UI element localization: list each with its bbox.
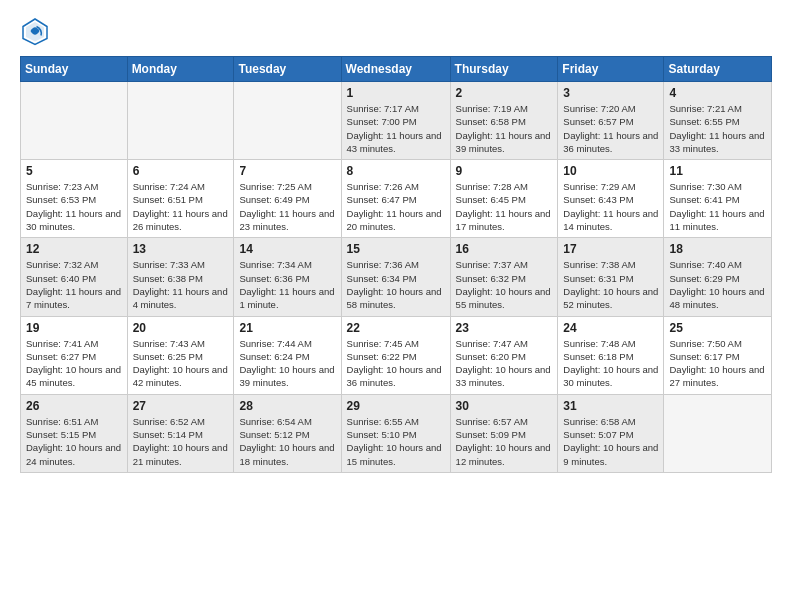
calendar-cell: 31Sunrise: 6:58 AM Sunset: 5:07 PM Dayli… bbox=[558, 394, 664, 472]
day-info: Sunrise: 7:32 AM Sunset: 6:40 PM Dayligh… bbox=[26, 258, 122, 311]
calendar-cell bbox=[21, 82, 128, 160]
day-number: 17 bbox=[563, 242, 658, 256]
calendar-cell: 30Sunrise: 6:57 AM Sunset: 5:09 PM Dayli… bbox=[450, 394, 558, 472]
day-number: 16 bbox=[456, 242, 553, 256]
day-number: 8 bbox=[347, 164, 445, 178]
calendar-cell: 26Sunrise: 6:51 AM Sunset: 5:15 PM Dayli… bbox=[21, 394, 128, 472]
day-number: 28 bbox=[239, 399, 335, 413]
day-number: 31 bbox=[563, 399, 658, 413]
day-number: 6 bbox=[133, 164, 229, 178]
calendar-cell: 21Sunrise: 7:44 AM Sunset: 6:24 PM Dayli… bbox=[234, 316, 341, 394]
day-info: Sunrise: 6:54 AM Sunset: 5:12 PM Dayligh… bbox=[239, 415, 335, 468]
day-info: Sunrise: 6:58 AM Sunset: 5:07 PM Dayligh… bbox=[563, 415, 658, 468]
day-number: 3 bbox=[563, 86, 658, 100]
day-info: Sunrise: 7:26 AM Sunset: 6:47 PM Dayligh… bbox=[347, 180, 445, 233]
day-info: Sunrise: 7:21 AM Sunset: 6:55 PM Dayligh… bbox=[669, 102, 766, 155]
day-info: Sunrise: 7:38 AM Sunset: 6:31 PM Dayligh… bbox=[563, 258, 658, 311]
day-number: 11 bbox=[669, 164, 766, 178]
calendar-cell: 5Sunrise: 7:23 AM Sunset: 6:53 PM Daylig… bbox=[21, 160, 128, 238]
calendar-cell bbox=[234, 82, 341, 160]
day-info: Sunrise: 7:45 AM Sunset: 6:22 PM Dayligh… bbox=[347, 337, 445, 390]
day-info: Sunrise: 7:36 AM Sunset: 6:34 PM Dayligh… bbox=[347, 258, 445, 311]
day-info: Sunrise: 7:30 AM Sunset: 6:41 PM Dayligh… bbox=[669, 180, 766, 233]
day-number: 23 bbox=[456, 321, 553, 335]
calendar-cell: 4Sunrise: 7:21 AM Sunset: 6:55 PM Daylig… bbox=[664, 82, 772, 160]
weekday-header-wednesday: Wednesday bbox=[341, 57, 450, 82]
day-info: Sunrise: 7:43 AM Sunset: 6:25 PM Dayligh… bbox=[133, 337, 229, 390]
calendar-cell: 7Sunrise: 7:25 AM Sunset: 6:49 PM Daylig… bbox=[234, 160, 341, 238]
calendar-cell: 6Sunrise: 7:24 AM Sunset: 6:51 PM Daylig… bbox=[127, 160, 234, 238]
calendar-week-row: 19Sunrise: 7:41 AM Sunset: 6:27 PM Dayli… bbox=[21, 316, 772, 394]
day-number: 14 bbox=[239, 242, 335, 256]
day-number: 12 bbox=[26, 242, 122, 256]
day-number: 18 bbox=[669, 242, 766, 256]
day-number: 25 bbox=[669, 321, 766, 335]
day-number: 29 bbox=[347, 399, 445, 413]
page: SundayMondayTuesdayWednesdayThursdayFrid… bbox=[0, 0, 792, 493]
calendar-cell: 9Sunrise: 7:28 AM Sunset: 6:45 PM Daylig… bbox=[450, 160, 558, 238]
calendar-cell: 15Sunrise: 7:36 AM Sunset: 6:34 PM Dayli… bbox=[341, 238, 450, 316]
calendar-cell: 13Sunrise: 7:33 AM Sunset: 6:38 PM Dayli… bbox=[127, 238, 234, 316]
day-info: Sunrise: 7:41 AM Sunset: 6:27 PM Dayligh… bbox=[26, 337, 122, 390]
day-number: 30 bbox=[456, 399, 553, 413]
calendar-cell: 10Sunrise: 7:29 AM Sunset: 6:43 PM Dayli… bbox=[558, 160, 664, 238]
calendar-cell: 12Sunrise: 7:32 AM Sunset: 6:40 PM Dayli… bbox=[21, 238, 128, 316]
day-info: Sunrise: 7:37 AM Sunset: 6:32 PM Dayligh… bbox=[456, 258, 553, 311]
weekday-header-thursday: Thursday bbox=[450, 57, 558, 82]
calendar-cell: 29Sunrise: 6:55 AM Sunset: 5:10 PM Dayli… bbox=[341, 394, 450, 472]
calendar-cell: 8Sunrise: 7:26 AM Sunset: 6:47 PM Daylig… bbox=[341, 160, 450, 238]
day-info: Sunrise: 7:29 AM Sunset: 6:43 PM Dayligh… bbox=[563, 180, 658, 233]
day-info: Sunrise: 7:33 AM Sunset: 6:38 PM Dayligh… bbox=[133, 258, 229, 311]
day-number: 5 bbox=[26, 164, 122, 178]
day-info: Sunrise: 7:23 AM Sunset: 6:53 PM Dayligh… bbox=[26, 180, 122, 233]
logo bbox=[20, 16, 56, 46]
day-number: 19 bbox=[26, 321, 122, 335]
weekday-header-saturday: Saturday bbox=[664, 57, 772, 82]
day-number: 20 bbox=[133, 321, 229, 335]
calendar-cell: 16Sunrise: 7:37 AM Sunset: 6:32 PM Dayli… bbox=[450, 238, 558, 316]
weekday-header-friday: Friday bbox=[558, 57, 664, 82]
calendar-week-row: 1Sunrise: 7:17 AM Sunset: 7:00 PM Daylig… bbox=[21, 82, 772, 160]
day-info: Sunrise: 7:48 AM Sunset: 6:18 PM Dayligh… bbox=[563, 337, 658, 390]
day-number: 27 bbox=[133, 399, 229, 413]
day-info: Sunrise: 7:20 AM Sunset: 6:57 PM Dayligh… bbox=[563, 102, 658, 155]
day-number: 4 bbox=[669, 86, 766, 100]
day-info: Sunrise: 7:17 AM Sunset: 7:00 PM Dayligh… bbox=[347, 102, 445, 155]
calendar-cell bbox=[664, 394, 772, 472]
day-info: Sunrise: 7:19 AM Sunset: 6:58 PM Dayligh… bbox=[456, 102, 553, 155]
weekday-header-monday: Monday bbox=[127, 57, 234, 82]
day-info: Sunrise: 7:44 AM Sunset: 6:24 PM Dayligh… bbox=[239, 337, 335, 390]
calendar-cell: 14Sunrise: 7:34 AM Sunset: 6:36 PM Dayli… bbox=[234, 238, 341, 316]
calendar-cell: 25Sunrise: 7:50 AM Sunset: 6:17 PM Dayli… bbox=[664, 316, 772, 394]
day-number: 13 bbox=[133, 242, 229, 256]
calendar-cell: 24Sunrise: 7:48 AM Sunset: 6:18 PM Dayli… bbox=[558, 316, 664, 394]
calendar-table: SundayMondayTuesdayWednesdayThursdayFrid… bbox=[20, 56, 772, 473]
calendar-cell bbox=[127, 82, 234, 160]
day-number: 10 bbox=[563, 164, 658, 178]
calendar-cell: 27Sunrise: 6:52 AM Sunset: 5:14 PM Dayli… bbox=[127, 394, 234, 472]
calendar-week-row: 26Sunrise: 6:51 AM Sunset: 5:15 PM Dayli… bbox=[21, 394, 772, 472]
calendar-cell: 1Sunrise: 7:17 AM Sunset: 7:00 PM Daylig… bbox=[341, 82, 450, 160]
day-number: 24 bbox=[563, 321, 658, 335]
day-number: 7 bbox=[239, 164, 335, 178]
calendar-cell: 18Sunrise: 7:40 AM Sunset: 6:29 PM Dayli… bbox=[664, 238, 772, 316]
day-number: 9 bbox=[456, 164, 553, 178]
calendar-week-row: 12Sunrise: 7:32 AM Sunset: 6:40 PM Dayli… bbox=[21, 238, 772, 316]
day-number: 22 bbox=[347, 321, 445, 335]
day-info: Sunrise: 6:57 AM Sunset: 5:09 PM Dayligh… bbox=[456, 415, 553, 468]
calendar-cell: 22Sunrise: 7:45 AM Sunset: 6:22 PM Dayli… bbox=[341, 316, 450, 394]
calendar-cell: 3Sunrise: 7:20 AM Sunset: 6:57 PM Daylig… bbox=[558, 82, 664, 160]
day-info: Sunrise: 6:55 AM Sunset: 5:10 PM Dayligh… bbox=[347, 415, 445, 468]
calendar-cell: 2Sunrise: 7:19 AM Sunset: 6:58 PM Daylig… bbox=[450, 82, 558, 160]
header bbox=[20, 16, 772, 46]
day-number: 15 bbox=[347, 242, 445, 256]
calendar-cell: 11Sunrise: 7:30 AM Sunset: 6:41 PM Dayli… bbox=[664, 160, 772, 238]
day-number: 21 bbox=[239, 321, 335, 335]
calendar-cell: 23Sunrise: 7:47 AM Sunset: 6:20 PM Dayli… bbox=[450, 316, 558, 394]
day-info: Sunrise: 7:25 AM Sunset: 6:49 PM Dayligh… bbox=[239, 180, 335, 233]
day-number: 2 bbox=[456, 86, 553, 100]
day-info: Sunrise: 7:50 AM Sunset: 6:17 PM Dayligh… bbox=[669, 337, 766, 390]
day-info: Sunrise: 7:40 AM Sunset: 6:29 PM Dayligh… bbox=[669, 258, 766, 311]
calendar-cell: 20Sunrise: 7:43 AM Sunset: 6:25 PM Dayli… bbox=[127, 316, 234, 394]
day-number: 26 bbox=[26, 399, 122, 413]
